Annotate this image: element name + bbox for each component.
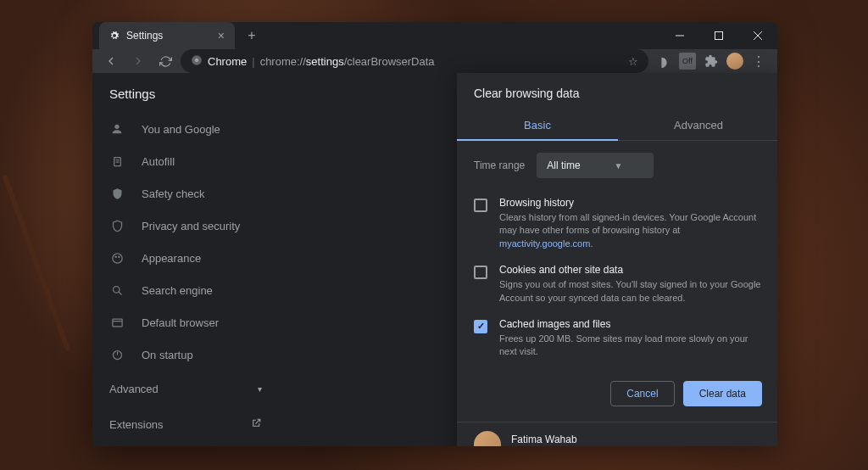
- shield-icon: [109, 218, 125, 233]
- myactivity-link[interactable]: myactivity.google.com: [499, 238, 590, 249]
- option-title: Cookies and other site data: [499, 264, 762, 276]
- sidebar-extensions-link[interactable]: Extensions: [92, 407, 279, 441]
- power-icon: [109, 347, 125, 362]
- menu-dots-icon[interactable]: ⋮: [750, 53, 767, 70]
- sidebar-about-link[interactable]: About Chrome: [92, 441, 279, 446]
- back-button[interactable]: [99, 49, 123, 73]
- dialog-actions: Cancel Clear data: [457, 366, 777, 417]
- extension-icons: ◗ Off ⋮: [652, 53, 771, 70]
- gear-icon: [109, 31, 120, 41]
- sidebar-item-label: Search engine: [142, 284, 213, 297]
- window-controls: [660, 22, 777, 49]
- dialog-title: Clear browsing data: [457, 73, 777, 110]
- svg-point-5: [195, 58, 199, 62]
- chevron-down-icon: ▾: [258, 384, 262, 394]
- profile-avatar[interactable]: [726, 53, 743, 70]
- browser-tab[interactable]: Settings ×: [99, 22, 235, 49]
- checkbox-browsing-history[interactable]: [474, 199, 487, 212]
- clear-data-button[interactable]: Clear data: [683, 381, 762, 406]
- checkbox-cached[interactable]: [474, 320, 487, 333]
- svg-point-6: [114, 125, 119, 129]
- svg-rect-15: [112, 319, 121, 327]
- time-range-row: Time range All time ▼: [457, 141, 777, 190]
- svg-rect-1: [715, 32, 723, 40]
- tab-advanced[interactable]: Advanced: [618, 110, 777, 140]
- titlebar: Settings × +: [92, 22, 777, 49]
- option-desc: Signs you out of most sites. You'll stay…: [499, 278, 762, 305]
- sidebar-item-you-google[interactable]: You and Google: [92, 113, 279, 145]
- toolbar: Chrome | chrome://settings/clearBrowserD…: [92, 49, 777, 73]
- option-browsing-history: Browsing history Clears history from all…: [457, 190, 777, 257]
- extensions-puzzle-icon[interactable]: [703, 53, 720, 70]
- settings-sidebar: Settings You and Google Autofill Safety …: [92, 73, 279, 446]
- tab-basic[interactable]: Basic: [457, 110, 618, 140]
- svg-line-14: [118, 291, 121, 294]
- advanced-label: Advanced: [109, 383, 159, 395]
- main-panel: › Check now › › and more) Clear browsing…: [279, 73, 777, 446]
- clipboard-icon: [109, 154, 125, 169]
- option-cookies: Cookies and other site data Signs you ou…: [457, 257, 777, 311]
- chrome-icon: [191, 54, 203, 69]
- url-scheme: Chrome: [208, 55, 247, 68]
- sidebar-item-label: Safety check: [142, 187, 204, 200]
- sidebar-item-privacy[interactable]: Privacy and security: [92, 210, 279, 242]
- sidebar-item-default-browser[interactable]: Default browser: [92, 306, 279, 339]
- checkbox-cookies[interactable]: [474, 266, 487, 279]
- close-window-button[interactable]: [738, 22, 777, 49]
- close-tab-icon[interactable]: ×: [218, 29, 225, 42]
- sidebar-item-startup[interactable]: On startup: [92, 339, 279, 371]
- new-tab-button[interactable]: +: [240, 24, 264, 48]
- reload-button[interactable]: [153, 49, 177, 73]
- forward-button[interactable]: [126, 49, 150, 73]
- bookmark-star-icon[interactable]: ☆: [628, 55, 638, 68]
- sidebar-item-label: Default browser: [142, 316, 219, 329]
- sidebar-advanced-section[interactable]: Advanced▾: [92, 371, 279, 407]
- sidebar-item-label: Appearance: [142, 252, 201, 265]
- maximize-button[interactable]: [699, 22, 738, 49]
- user-name: Fatima Wahab: [511, 434, 664, 445]
- url-divider: |: [252, 55, 254, 68]
- sidebar-item-label: Autofill: [142, 155, 175, 168]
- search-icon: [109, 283, 125, 298]
- svg-point-12: [118, 256, 119, 257]
- time-range-label: Time range: [474, 159, 525, 171]
- option-title: Browsing history: [499, 197, 762, 209]
- extension-flag-icon[interactable]: ◗: [655, 53, 672, 70]
- dialog-tabs: Basic Advanced: [457, 110, 777, 141]
- sidebar-title: Settings: [92, 87, 279, 113]
- sidebar-item-search[interactable]: Search engine: [92, 274, 279, 306]
- sidebar-item-label: You and Google: [142, 123, 220, 136]
- svg-point-10: [112, 253, 121, 262]
- person-icon: [109, 121, 125, 137]
- svg-point-11: [115, 256, 116, 257]
- option-cached: Cached images and files Frees up 200 MB.…: [457, 311, 777, 366]
- time-range-select[interactable]: All time ▼: [537, 153, 653, 178]
- clear-browsing-data-dialog: Clear browsing data Basic Advanced Time …: [457, 73, 777, 446]
- user-info-row: Fatima Wahab Syncing to fatima@addictive…: [457, 422, 777, 446]
- option-desc: Clears history from all signed-in device…: [499, 211, 762, 250]
- browser-icon: [109, 315, 125, 330]
- browser-window: Settings × + Chrome | chrome://settings/…: [92, 22, 777, 446]
- user-avatar: [474, 431, 501, 446]
- sidebar-item-appearance[interactable]: Appearance: [92, 242, 279, 274]
- time-range-value: All time: [547, 159, 580, 171]
- sidebar-item-safety[interactable]: Safety check: [92, 177, 279, 210]
- option-desc: Frees up 200 MB. Some sites may load mor…: [499, 333, 762, 359]
- user-sync-status: Syncing to fatima@addictivetips.com: [511, 445, 664, 446]
- address-bar[interactable]: Chrome | chrome://settings/clearBrowserD…: [181, 49, 648, 73]
- caret-down-icon: ▼: [615, 161, 623, 171]
- extension-off-icon[interactable]: Off: [679, 53, 696, 70]
- content-area: Settings You and Google Autofill Safety …: [92, 73, 777, 446]
- cancel-button[interactable]: Cancel: [610, 381, 674, 406]
- shield-check-icon: [109, 186, 125, 201]
- palette-icon: [109, 250, 125, 266]
- url-text: chrome://settings/clearBrowserData: [260, 55, 435, 68]
- sidebar-item-label: Privacy and security: [142, 220, 240, 232]
- tab-title: Settings: [126, 30, 163, 42]
- external-link-icon: [251, 417, 262, 431]
- extensions-label: Extensions: [109, 418, 164, 431]
- sidebar-item-label: On startup: [142, 349, 193, 361]
- sidebar-item-autofill[interactable]: Autofill: [92, 145, 279, 177]
- option-title: Cached images and files: [499, 318, 762, 330]
- minimize-button[interactable]: [660, 22, 699, 49]
